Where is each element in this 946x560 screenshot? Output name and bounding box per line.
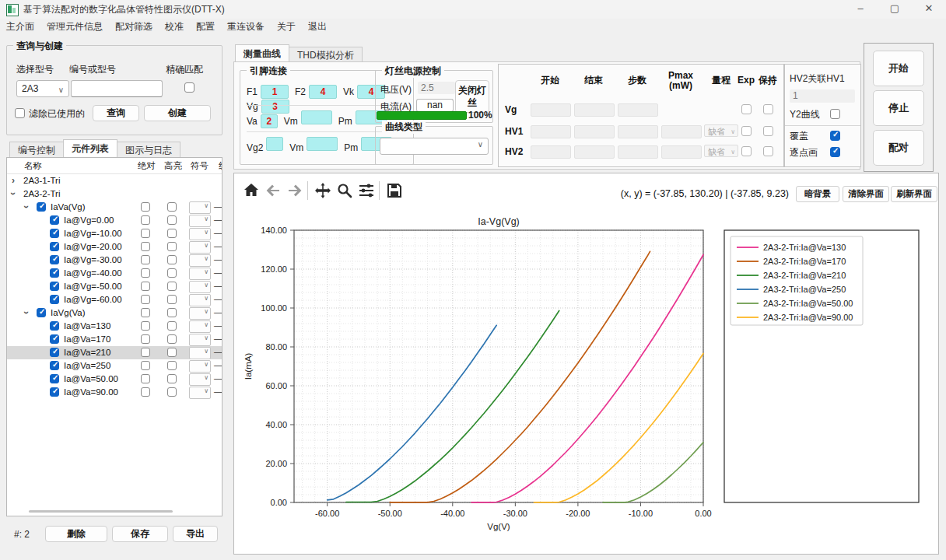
symbol-combo[interactable]	[189, 373, 211, 386]
highlight-checkbox[interactable]	[167, 255, 177, 264]
symbol-combo[interactable]	[189, 254, 211, 267]
menu-item-管理元件信息[interactable]: 管理元件信息	[40, 19, 109, 35]
y2-curve-checkbox[interactable]	[830, 109, 840, 119]
highlight-checkbox[interactable]	[167, 348, 177, 357]
exp-checkbox[interactable]	[741, 126, 752, 136]
expand-icon[interactable]: ›	[12, 175, 15, 186]
subplots-icon[interactable]	[357, 181, 376, 200]
tree-item-checkbox[interactable]	[50, 255, 59, 264]
tree-row[interactable]: ›2A3-2-Tri	[7, 187, 222, 201]
plot-canvas[interactable]: -60.00-50.00-40.00-30.00-20.00-10.000.00…	[236, 208, 938, 554]
abs-checkbox[interactable]	[141, 229, 150, 238]
filament-off-button[interactable]: 关闭灯丝	[455, 80, 489, 113]
highlight-checkbox[interactable]	[167, 374, 177, 383]
create-button[interactable]: 创建	[144, 105, 211, 121]
id-input[interactable]	[71, 80, 163, 97]
tree-row[interactable]: Ia@Vg=-40.00—	[7, 267, 222, 280]
tree-item-checkbox[interactable]	[50, 282, 59, 291]
menu-item-配对筛选[interactable]: 配对筛选	[109, 19, 159, 35]
sweep-input[interactable]	[574, 103, 615, 117]
symbol-combo[interactable]	[189, 347, 211, 359]
tree-item-checkbox[interactable]	[50, 215, 59, 225]
maximize-button[interactable]: ▢	[878, 0, 912, 19]
abs-checkbox[interactable]	[141, 255, 150, 264]
highlight-checkbox[interactable]	[167, 242, 177, 251]
sweep-input[interactable]	[618, 145, 658, 159]
highlight-checkbox[interactable]	[167, 308, 177, 317]
tree-item-checkbox[interactable]	[50, 374, 59, 383]
exp-checkbox[interactable]	[741, 104, 752, 114]
tab-编号控制[interactable]: 编号控制	[9, 142, 64, 158]
tree-item-checkbox[interactable]	[50, 268, 59, 278]
tree-row[interactable]: Ia@Vg=-50.00—	[7, 280, 222, 293]
horizontal-scrollbar[interactable]	[29, 510, 173, 513]
symbol-combo[interactable]	[189, 307, 211, 320]
highlight-checkbox[interactable]	[167, 295, 177, 304]
highlight-checkbox[interactable]	[167, 334, 177, 344]
abs-checkbox[interactable]	[141, 242, 150, 251]
tree-row[interactable]: Ia@Va=250—	[7, 359, 222, 373]
abs-checkbox[interactable]	[141, 295, 150, 304]
tree-row[interactable]: Ia@Vg=0.00—	[7, 214, 222, 227]
symbol-combo[interactable]	[189, 360, 211, 373]
abs-checkbox[interactable]	[141, 282, 150, 291]
tree-item-checkbox[interactable]	[50, 229, 59, 238]
tree-item-checkbox[interactable]	[50, 321, 59, 331]
symbol-combo[interactable]	[189, 268, 211, 280]
query-button[interactable]: 查询	[93, 105, 139, 121]
exp-checkbox[interactable]	[741, 146, 752, 156]
highlight-checkbox[interactable]	[167, 215, 177, 225]
forward-icon[interactable]	[286, 181, 304, 200]
sweep-input[interactable]	[618, 125, 658, 138]
abs-checkbox[interactable]	[141, 215, 150, 225]
abs-checkbox[interactable]	[141, 308, 150, 317]
home-icon[interactable]	[242, 181, 261, 200]
abs-checkbox[interactable]	[141, 268, 150, 278]
tree-row[interactable]: Ia@Va=170—	[7, 333, 222, 346]
sweep-input[interactable]	[531, 125, 571, 138]
tree-row[interactable]: ›2A3-1-Tri	[7, 174, 222, 187]
left-button-导出[interactable]: 导出	[173, 526, 218, 542]
keep-checkbox[interactable]	[763, 104, 773, 114]
tab-THD模拟分析[interactable]: THD模拟分析	[289, 47, 363, 63]
tree-item-checkbox[interactable]	[50, 242, 59, 251]
tree-row[interactable]: Ia@Vg=-10.00—	[7, 227, 222, 240]
highlight-checkbox[interactable]	[167, 202, 177, 212]
highlight-checkbox[interactable]	[167, 387, 177, 397]
abs-checkbox[interactable]	[141, 202, 150, 212]
abs-checkbox[interactable]	[141, 321, 150, 331]
tree-item-checkbox[interactable]	[37, 202, 46, 212]
menu-item-配置[interactable]: 配置	[190, 19, 221, 35]
abs-checkbox[interactable]	[141, 374, 150, 383]
sweep-input[interactable]	[531, 145, 571, 159]
back-icon[interactable]	[264, 181, 282, 200]
tree-item-checkbox[interactable]	[50, 361, 59, 370]
chart-button-清除界面[interactable]: 清除界面	[843, 186, 889, 202]
tree-row[interactable]: Ia@Vg=-20.00—	[7, 240, 222, 254]
symbol-combo[interactable]	[189, 241, 211, 254]
keep-checkbox[interactable]	[763, 146, 773, 156]
chart-button-刷新界面[interactable]: 刷新界面	[891, 186, 937, 202]
abs-checkbox[interactable]	[141, 361, 150, 370]
highlight-checkbox[interactable]	[167, 361, 177, 370]
symbol-combo[interactable]	[189, 387, 211, 399]
tab-图示与日志[interactable]: 图示与日志	[117, 142, 180, 158]
run-button-开始[interactable]: 开始	[873, 51, 924, 86]
pin-field-Vg2[interactable]	[266, 137, 283, 151]
pin-field-F1[interactable]: 1	[261, 85, 289, 99]
range-combo[interactable]: 缺省	[704, 124, 738, 137]
symbol-combo[interactable]	[189, 294, 211, 306]
menu-item-重连设备[interactable]: 重连设备	[221, 19, 271, 35]
abs-checkbox[interactable]	[141, 334, 150, 344]
tree-item-checkbox[interactable]	[50, 334, 59, 344]
menu-item-校准[interactable]: 校准	[159, 19, 190, 35]
tree-row[interactable]: Ia@Vg=-60.00—	[7, 293, 222, 306]
sweep-input[interactable]	[574, 125, 615, 138]
symbol-combo[interactable]	[189, 201, 211, 214]
left-button-保存[interactable]: 保存	[112, 526, 168, 542]
highlight-checkbox[interactable]	[167, 268, 177, 278]
abs-checkbox[interactable]	[141, 387, 150, 397]
tree-row[interactable]: Ia@Va=210—	[7, 346, 222, 359]
symbol-combo[interactable]	[189, 215, 211, 227]
pin-field-Vm[interactable]	[307, 137, 338, 151]
